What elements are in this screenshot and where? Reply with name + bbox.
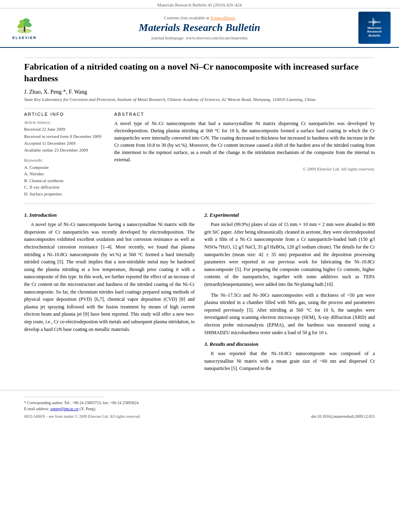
section3-title: 3. Results and discussion	[204, 341, 375, 347]
body-col-right: 2. Experimental Pure nickel (99.9%) plat…	[204, 212, 375, 376]
journal-citation: Materials Research Bulletin 45 (2010) 42…	[157, 2, 242, 7]
journal-header-center: Contents lists available at ScienceDirec…	[47, 15, 352, 40]
elsevier-logo-area: ELSEVIER	[6, 16, 43, 40]
section2-body: Pure nickel (99.9%) plates of size of 15…	[204, 221, 375, 336]
article-info-col: Article Info Article history: Received 2…	[24, 112, 105, 197]
online-date: Available online 23 December 2009	[24, 147, 105, 153]
footer: * Corresponding author. Tel.: +86 24 238…	[0, 390, 399, 422]
sciencedirect-text[interactable]: ScienceDirect	[210, 15, 235, 20]
article-meta-section: Article Info Article history: Received 2…	[24, 112, 375, 197]
keyword-4: C. X-ray diffraction	[24, 184, 105, 191]
section2-para2: The Ni–17.5Cr and Ni–30Cr nanocomposites…	[204, 292, 375, 337]
email-link[interactable]: xpeng@imr.ac.cn	[50, 407, 78, 411]
abstract-header: ABSTRACT	[114, 112, 375, 117]
article-title: Fabrication of a nitrided coating on a n…	[24, 61, 375, 84]
keywords-label: Keywords:	[24, 158, 105, 162]
section1-para1: A novel type of Ni–Cr nanocomposite havi…	[24, 221, 195, 333]
section2-title: 2. Experimental	[204, 212, 375, 218]
abstract-col: ABSTRACT A novel type of Ni–Cr nanocompo…	[114, 112, 375, 197]
authors-text: J. Zhao, X. Peng *, F. Wang	[24, 89, 87, 95]
received-date: Received 22 June 2009	[24, 126, 105, 132]
corresponding-author-note: * Corresponding author. Tel.: +86 24 238…	[24, 400, 375, 406]
article-history-label: Article history:	[24, 120, 105, 125]
top-divider	[24, 58, 375, 58]
keyword-2: A. Nitrides	[24, 170, 105, 177]
elsevier-label: ELSEVIER	[12, 36, 37, 40]
affiliation: State Key Laboratory for Corrosion and P…	[24, 97, 375, 102]
authors-line: J. Zhao, X. Peng *, F. Wang	[24, 89, 375, 95]
svg-point-8	[372, 20, 376, 24]
body-section: 1. Introduction A novel type of Ni–Cr na…	[24, 212, 375, 376]
section3-para1: It was reported that the Ni–10.8Cr nanoc…	[204, 350, 375, 372]
journal-badge-area: MaterialsResearchBulletin	[356, 12, 393, 44]
journal-homepage: journal homepage: www.elsevier.com/locat…	[47, 35, 352, 40]
section2-para1: Pure nickel (99.9%) plates of size of 15…	[204, 221, 375, 288]
footer-divider	[24, 397, 105, 397]
copyright: © 2009 Elsevier Ltd. All rights reserved…	[114, 166, 375, 171]
keyword-5: D. Surface properties	[24, 191, 105, 197]
issn-line: 0025-5408/$ – see front matter © 2009 El…	[24, 414, 140, 419]
article-content: Fabrication of a nitrided coating on a n…	[0, 48, 399, 382]
doi-line: doi:10.1016/j.materresbull.2009.12.015	[311, 414, 375, 419]
email-line: E-mail address: xpeng@imr.ac.cn (X. Peng…	[24, 406, 375, 412]
journal-bar: Materials Research Bulletin 45 (2010) 42…	[0, 0, 399, 8]
elsevier-plant-icon	[12, 16, 37, 36]
journal-title: Materials Research Bulletin	[47, 22, 352, 34]
section1-body: A novel type of Ni–Cr nanocomposite havi…	[24, 221, 195, 333]
badge-icon	[368, 18, 380, 26]
journal-badge: MaterialsResearchBulletin	[358, 12, 391, 44]
section3-body: It was reported that the Ni–10.8Cr nanoc…	[204, 350, 375, 372]
body-col-left: 1. Introduction A novel type of Ni–Cr na…	[24, 212, 195, 376]
keyword-3: B. Chemical synthesis	[24, 177, 105, 184]
abstract-text: A novel type of Ni–Cr nanocomposite that…	[114, 120, 375, 163]
section1-title: 1. Introduction	[24, 212, 195, 218]
article-info-header: Article Info	[24, 112, 105, 117]
sciencedirect-link: Contents lists available at ScienceDirec…	[47, 15, 352, 20]
badge-title: MaterialsResearchBulletin	[367, 26, 382, 38]
mid-divider	[24, 108, 375, 109]
accepted-date: Accepted 11 December 2009	[24, 140, 105, 146]
keyword-1: A. Composite	[24, 164, 105, 171]
body-divider	[24, 203, 375, 204]
footer-bar: 0025-5408/$ – see front matter © 2009 El…	[24, 414, 375, 419]
revised-date: Received in revised form 8 December 2009	[24, 134, 105, 140]
page-header: ELSEVIER Contents lists available at Sci…	[0, 8, 399, 48]
